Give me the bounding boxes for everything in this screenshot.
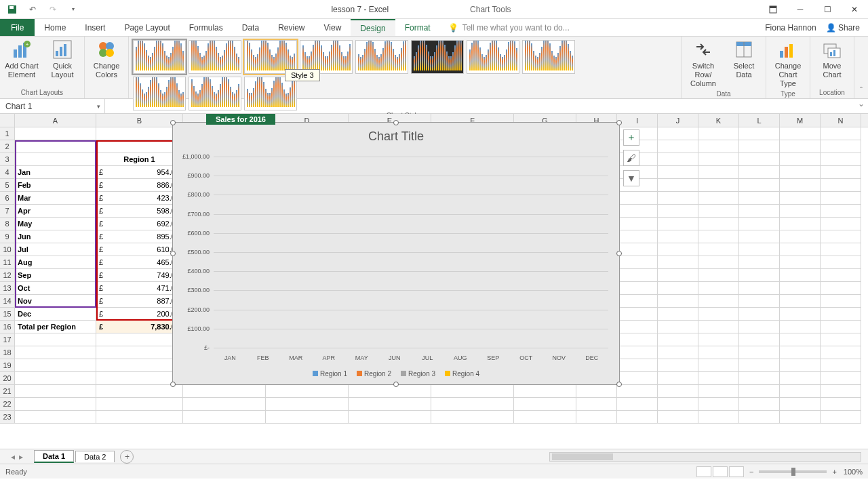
cell[interactable] bbox=[739, 385, 780, 398]
cell[interactable] bbox=[617, 218, 658, 230]
cell[interactable] bbox=[15, 385, 96, 398]
cell[interactable] bbox=[698, 411, 739, 424]
select-data-button[interactable]: Select Data bbox=[726, 39, 762, 79]
chart-plot-area[interactable] bbox=[214, 157, 608, 348]
cell[interactable] bbox=[780, 321, 821, 333]
cell[interactable] bbox=[821, 295, 861, 308]
cell[interactable] bbox=[780, 140, 821, 153]
cell[interactable] bbox=[658, 127, 698, 140]
cell[interactable] bbox=[617, 411, 658, 424]
cell[interactable] bbox=[183, 385, 266, 398]
cell[interactable] bbox=[821, 127, 861, 140]
cell[interactable] bbox=[698, 269, 739, 282]
cell[interactable] bbox=[739, 192, 780, 205]
cell[interactable] bbox=[780, 230, 821, 243]
row-header[interactable]: 4 bbox=[0, 166, 15, 179]
cell[interactable] bbox=[617, 192, 658, 205]
cell[interactable] bbox=[780, 333, 821, 346]
cell[interactable] bbox=[780, 269, 821, 282]
cell[interactable] bbox=[349, 411, 431, 424]
cell[interactable]: Oct bbox=[15, 282, 96, 295]
cell[interactable] bbox=[183, 398, 266, 411]
cell[interactable] bbox=[739, 140, 780, 153]
cell[interactable] bbox=[576, 385, 617, 398]
cell[interactable] bbox=[698, 166, 739, 179]
cell[interactable] bbox=[658, 192, 698, 205]
cell[interactable] bbox=[617, 269, 658, 282]
cell[interactable] bbox=[821, 372, 861, 385]
chart-style-thumb[interactable] bbox=[244, 77, 297, 110]
cell[interactable] bbox=[821, 308, 861, 321]
undo-icon[interactable]: ↶ bbox=[23, 1, 42, 18]
cell[interactable] bbox=[658, 140, 698, 153]
tab-insert[interactable]: Insert bbox=[75, 19, 115, 36]
cell[interactable] bbox=[514, 411, 576, 424]
row-header[interactable]: 18 bbox=[0, 346, 15, 359]
cell[interactable] bbox=[698, 179, 739, 192]
row-header[interactable]: 6 bbox=[0, 192, 15, 205]
cell[interactable] bbox=[821, 140, 861, 153]
cell[interactable] bbox=[821, 321, 861, 333]
cell[interactable] bbox=[658, 256, 698, 269]
cell[interactable] bbox=[617, 205, 658, 218]
cell[interactable] bbox=[658, 243, 698, 256]
add-chart-element-button[interactable]: + Add Chart Element bbox=[4, 39, 39, 79]
cell[interactable] bbox=[96, 398, 183, 411]
page-layout-view-button[interactable] bbox=[713, 466, 728, 477]
cell[interactable] bbox=[431, 411, 514, 424]
sheet-nav-buttons[interactable]: ◂▸ bbox=[0, 452, 34, 462]
cell[interactable] bbox=[617, 256, 658, 269]
zoom-in-button[interactable]: + bbox=[832, 468, 836, 476]
chart-style-thumb[interactable] bbox=[189, 77, 241, 110]
cell[interactable] bbox=[739, 230, 780, 243]
cell[interactable] bbox=[96, 333, 183, 346]
cell[interactable] bbox=[15, 398, 96, 411]
cell[interactable] bbox=[739, 398, 780, 411]
cell[interactable] bbox=[780, 282, 821, 295]
cell[interactable] bbox=[821, 192, 861, 205]
change-chart-type-button[interactable]: Change Chart Type bbox=[770, 39, 806, 89]
cell[interactable] bbox=[739, 269, 780, 282]
tab-review[interactable]: Review bbox=[269, 19, 314, 36]
cell[interactable] bbox=[96, 346, 183, 359]
cell[interactable] bbox=[514, 398, 576, 411]
cell[interactable] bbox=[739, 333, 780, 346]
cell[interactable] bbox=[431, 398, 514, 411]
cell[interactable]: Aug bbox=[15, 256, 96, 269]
cell[interactable] bbox=[739, 411, 780, 424]
column-header[interactable]: M bbox=[780, 114, 821, 127]
cell[interactable]: £954.00 bbox=[96, 166, 183, 179]
cell[interactable] bbox=[821, 166, 861, 179]
cell[interactable] bbox=[617, 385, 658, 398]
move-chart-button[interactable]: Move Chart bbox=[814, 39, 850, 79]
cell[interactable] bbox=[96, 411, 183, 424]
cell[interactable] bbox=[780, 179, 821, 192]
cell[interactable] bbox=[698, 205, 739, 218]
worksheet-grid[interactable]: ABCDEFGHIJKLMN 1234567891011121314151617… bbox=[0, 114, 868, 449]
cell[interactable] bbox=[658, 269, 698, 282]
cell[interactable] bbox=[739, 153, 780, 166]
sheet-tab-data2[interactable]: Data 2 bbox=[75, 451, 115, 462]
cell[interactable] bbox=[780, 308, 821, 321]
cell[interactable] bbox=[658, 166, 698, 179]
quick-layout-button[interactable]: Quick Layout bbox=[45, 39, 80, 79]
cell[interactable] bbox=[780, 359, 821, 372]
cell[interactable] bbox=[658, 282, 698, 295]
switch-row-column-button[interactable]: Switch Row/ Column bbox=[686, 39, 721, 89]
row-header[interactable]: 20 bbox=[0, 372, 15, 385]
cell[interactable]: £7,830.00 bbox=[96, 321, 183, 333]
cell[interactable] bbox=[96, 140, 183, 153]
cell[interactable]: £886.00 bbox=[96, 179, 183, 192]
cell[interactable] bbox=[617, 333, 658, 346]
cell[interactable]: £749.00 bbox=[96, 269, 183, 282]
cell[interactable]: Apr bbox=[15, 205, 96, 218]
tab-home[interactable]: Home bbox=[35, 19, 75, 36]
expand-formula-bar-icon[interactable]: ⌄ bbox=[854, 99, 868, 113]
cell[interactable] bbox=[658, 218, 698, 230]
cell[interactable] bbox=[821, 398, 861, 411]
cell[interactable] bbox=[739, 205, 780, 218]
cell[interactable] bbox=[821, 346, 861, 359]
tab-data[interactable]: Data bbox=[233, 19, 269, 36]
embedded-chart[interactable]: Chart Title £1,000.00£900.00£800.00£700.… bbox=[172, 122, 620, 385]
cell[interactable]: Region 1 bbox=[96, 153, 183, 166]
